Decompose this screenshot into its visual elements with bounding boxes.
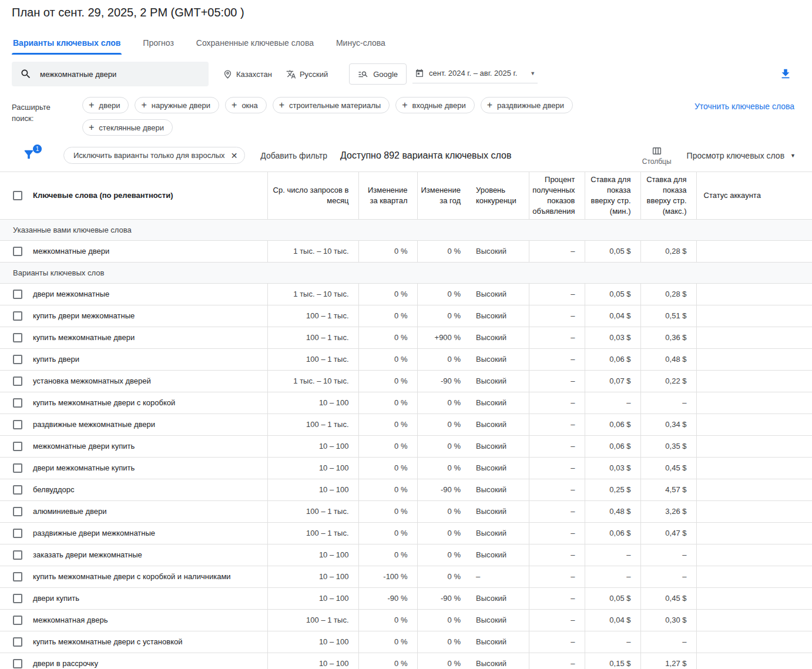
metric-cell xyxy=(696,631,812,653)
expand-keyword-chip[interactable]: +входные двери xyxy=(395,97,475,113)
download-button[interactable] xyxy=(779,68,792,80)
row-checkbox[interactable] xyxy=(13,247,22,256)
table-row: двери купить10 – 100-90 %-90 %Высокий–0,… xyxy=(0,587,812,609)
metric-cell: 10 – 100 xyxy=(267,392,358,413)
keyword-cell: двери межкомнатные xyxy=(0,283,267,305)
remove-filter-icon[interactable]: ✕ xyxy=(231,151,238,160)
metric-cell xyxy=(696,653,812,669)
location-selector[interactable]: Казахстан xyxy=(223,69,272,79)
metric-cell: Высокий xyxy=(470,544,529,566)
row-checkbox[interactable] xyxy=(13,637,22,647)
column-header[interactable]: Ставка для показа вверху стр. (мин.) xyxy=(585,172,640,219)
column-header[interactable]: Процент полученных показов объявления xyxy=(529,172,585,219)
table-row: купить двери межкомнатные100 – 1 тыс.0 %… xyxy=(0,305,812,327)
metric-cell: – xyxy=(585,631,640,653)
table-row: алюминиевые двери100 – 1 тыс.0 %0 %Высок… xyxy=(0,500,812,522)
row-checkbox[interactable] xyxy=(13,507,22,516)
column-header[interactable]: Изменение за квартал xyxy=(358,172,417,219)
column-header[interactable]: Ключевые слова (по релевантности) xyxy=(0,172,267,219)
refine-keywords-link[interactable]: Уточнить ключевые слова xyxy=(689,97,800,112)
metric-cell: 3,26 $ xyxy=(640,500,696,522)
column-header[interactable]: Статус аккаунта xyxy=(696,172,812,219)
metric-cell: 0 % xyxy=(358,500,417,522)
tab-0[interactable]: Варианты ключевых слов xyxy=(12,32,122,55)
column-header[interactable]: Ставка для показа вверху стр. (макс.) xyxy=(640,172,696,219)
tab-1[interactable]: Прогноз xyxy=(142,32,175,55)
network-selector[interactable]: Google xyxy=(349,63,407,85)
column-header[interactable]: Уровень конкуренци xyxy=(470,172,529,219)
row-checkbox[interactable] xyxy=(13,442,22,451)
keyword-text: белвуддорс xyxy=(33,485,75,494)
filter-funnel-icon[interactable]: 1 xyxy=(22,148,38,163)
metric-cell: 0 % xyxy=(358,631,417,653)
metric-cell xyxy=(696,240,812,262)
metric-cell: Высокий xyxy=(470,653,529,669)
keyword-view-selector[interactable]: Просмотр ключевых слов ▼ xyxy=(687,151,796,160)
keyword-search-input[interactable]: межкомнатные двери xyxy=(12,62,209,86)
columns-icon xyxy=(652,146,662,156)
expand-keyword-chip[interactable]: +строительные материалы xyxy=(273,97,390,113)
table-row: двери межкомнатные купить10 – 1000 %0 %В… xyxy=(0,457,812,479)
network-label: Google xyxy=(373,70,398,79)
metric-cell: 0,34 $ xyxy=(640,413,696,435)
date-range-selector[interactable]: сент. 2024 г. – авг. 2025 г. ▼ xyxy=(412,65,538,83)
table-row: заказать двери межкомнатные10 – 1000 %0 … xyxy=(0,544,812,566)
columns-button[interactable]: Столбцы xyxy=(642,146,672,166)
metric-cell: – xyxy=(529,500,585,522)
metric-cell: 0,04 $ xyxy=(585,305,640,327)
tab-3[interactable]: Минус-слова xyxy=(335,32,387,55)
results-count: Доступно 892 варианта ключевых слов xyxy=(340,150,511,161)
row-checkbox[interactable] xyxy=(13,594,22,603)
keyword-cell: установка межкомнатных дверей xyxy=(0,370,267,392)
metric-cell: 0,25 $ xyxy=(585,479,640,500)
row-checkbox[interactable] xyxy=(13,572,22,581)
select-all-checkbox[interactable] xyxy=(13,191,22,200)
language-selector[interactable]: Русский xyxy=(286,69,328,79)
metric-cell: 100 – 1 тыс. xyxy=(267,348,358,370)
metric-cell: 0 % xyxy=(417,348,470,370)
metric-cell: 1 тыс. – 10 тыс. xyxy=(267,283,358,305)
row-checkbox[interactable] xyxy=(13,463,22,473)
tab-2[interactable]: Сохраненные ключевые слова xyxy=(195,32,315,55)
row-checkbox[interactable] xyxy=(13,550,22,560)
row-checkbox[interactable] xyxy=(13,398,22,408)
expand-keyword-chip[interactable]: +окна xyxy=(225,97,267,113)
metric-cell: 0,22 $ xyxy=(640,370,696,392)
row-checkbox[interactable] xyxy=(13,616,22,625)
metric-cell: 1 тыс. – 10 тыс. xyxy=(267,240,358,262)
table-row: купить межкомнатные двери100 – 1 тыс.0 %… xyxy=(0,327,812,348)
expand-keyword-chip[interactable]: +стеклянные двери xyxy=(82,119,173,136)
column-header[interactable]: Ср. число запросов в месяц xyxy=(267,172,358,219)
row-checkbox[interactable] xyxy=(13,376,22,386)
row-checkbox[interactable] xyxy=(13,485,22,495)
row-checkbox[interactable] xyxy=(13,311,22,321)
keyword-cell: межкомнатная дверь xyxy=(0,609,267,631)
row-checkbox[interactable] xyxy=(13,333,22,342)
chevron-down-icon: ▼ xyxy=(790,153,796,159)
metric-cell xyxy=(696,348,812,370)
active-filter-chip[interactable]: Исключить варианты только для взрослых ✕ xyxy=(63,147,245,164)
metric-cell: -90 % xyxy=(417,370,470,392)
expand-keyword-chip[interactable]: +раздвижные двери xyxy=(481,97,573,113)
add-filter-button[interactable]: Добавить фильтр xyxy=(260,151,327,160)
keyword-text: двери межкомнатные xyxy=(33,290,109,298)
metric-cell xyxy=(696,305,812,327)
columns-label: Столбцы xyxy=(642,157,672,166)
expand-keyword-chip[interactable]: +двери xyxy=(82,97,129,113)
metric-cell: 0,05 $ xyxy=(585,587,640,609)
metric-cell xyxy=(696,500,812,522)
row-checkbox[interactable] xyxy=(13,420,22,429)
expand-keyword-chip[interactable]: +наружные двери xyxy=(135,97,219,113)
row-checkbox[interactable] xyxy=(13,529,22,538)
row-checkbox[interactable] xyxy=(13,290,22,299)
row-checkbox[interactable] xyxy=(13,355,22,364)
metric-cell: – xyxy=(529,327,585,348)
expand-search-section: Расширьте поиск: +двери+наружные двери+о… xyxy=(0,91,812,139)
keyword-cell: алюминиевые двери xyxy=(0,500,267,522)
row-checkbox[interactable] xyxy=(13,659,22,668)
metric-cell: 10 – 100 xyxy=(267,457,358,479)
metric-cell: – xyxy=(585,392,640,413)
column-header[interactable]: Изменение за год xyxy=(417,172,470,219)
plus-icon: + xyxy=(402,100,407,110)
metric-cell: 0 % xyxy=(417,544,470,566)
